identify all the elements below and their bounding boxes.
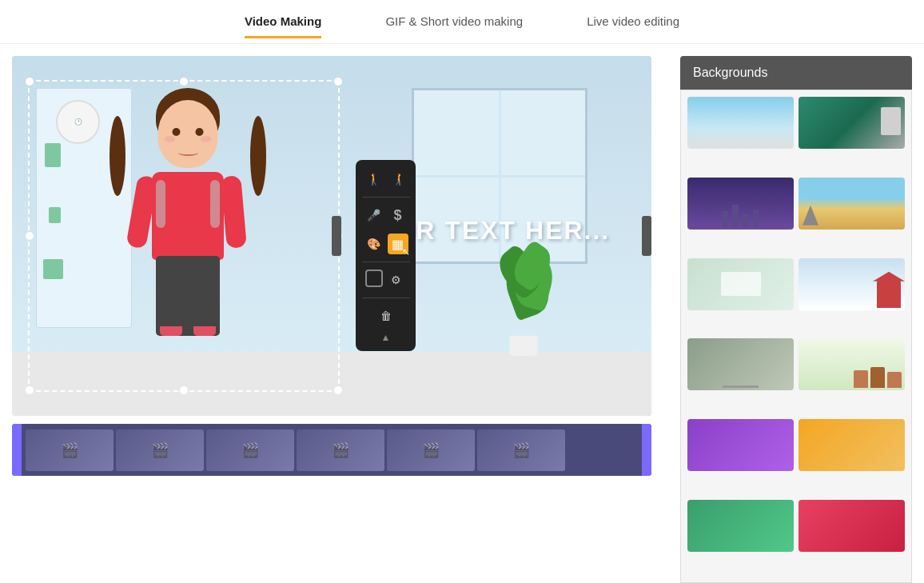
main-content: 🕐 [0, 44, 924, 583]
backgrounds-panel-header: Backgrounds [680, 56, 912, 90]
side-handle-right[interactable] [642, 216, 651, 256]
timeline-inner: 🎬 🎬 🎬 🎬 [22, 424, 642, 476]
timeline-thumb-2[interactable]: 🎬 [116, 429, 204, 471]
timeline-thumb-inner-3: 🎬 [206, 429, 294, 471]
timeline-start-handle[interactable] [12, 424, 22, 476]
sel-handle-tr[interactable] [334, 78, 342, 86]
bg-thumb-night[interactable] [687, 178, 794, 230]
menu-icon-mic[interactable]: 🎤 [364, 205, 384, 226]
context-menu: 🚶 🚶 🎤 $ 🎨 ▦ ↖ ⚙ [356, 160, 416, 351]
menu-icon-layers[interactable]: ▦ ↖ [388, 234, 408, 254]
video-canvas[interactable]: 🕐 [12, 56, 651, 416]
menu-icon-walk2[interactable]: 🚶 [388, 169, 408, 190]
bg-thumb-house[interactable] [799, 338, 905, 390]
bg-thumb-winter[interactable] [799, 258, 905, 310]
menu-divider-1 [362, 197, 410, 198]
sel-handle-bl[interactable] [26, 386, 34, 394]
timeline-thumb-inner-5: 🎬 [387, 429, 475, 471]
menu-icon-gear[interactable]: ⚙ [386, 270, 407, 290]
backgrounds-grid [680, 90, 912, 583]
thumb-icon-3: 🎬 [241, 441, 259, 459]
timeline-thumb-inner-4: 🎬 [297, 429, 384, 471]
sel-handle-lm[interactable] [26, 232, 34, 240]
menu-divider-2 [362, 262, 410, 262]
thumb-icon-4: 🎬 [332, 441, 349, 459]
timeline-thumb-inner-2: 🎬 [116, 429, 204, 471]
bg-thumb-purple[interactable] [687, 419, 794, 471]
window-pane-1 [414, 90, 499, 175]
sel-handle-tm[interactable] [180, 78, 188, 86]
sel-handle-br[interactable] [334, 386, 342, 394]
tab-video-making[interactable]: Video Making [245, 14, 321, 38]
backgrounds-panel: Backgrounds [680, 56, 912, 583]
canvas-area: 🕐 [12, 56, 668, 583]
timeline[interactable]: 🎬 🎬 🎬 🎬 [12, 424, 651, 476]
tab-gif-short[interactable]: GIF & Short video making [385, 14, 523, 38]
thumb-icon-1: 🎬 [61, 441, 78, 459]
menu-divider-3 [362, 297, 410, 298]
window-pane-2 [501, 90, 586, 175]
menu-row-tools1: 🎤 $ [359, 202, 413, 228]
menu-row-tools3: ⚙ [360, 267, 412, 293]
bg-thumb-sky[interactable] [687, 97, 794, 149]
timeline-thumb-inner-6: 🎬 [477, 429, 565, 471]
thumb-icon-2: 🎬 [151, 441, 169, 459]
menu-icon-palette[interactable]: 🎨 [364, 234, 384, 254]
thumb-icon-5: 🎬 [422, 441, 440, 459]
sel-handle-bm[interactable] [180, 386, 188, 394]
bg-thumb-orange[interactable] [799, 419, 905, 471]
bg-thumb-red[interactable] [799, 500, 905, 552]
menu-icon-currency[interactable]: $ [388, 205, 408, 226]
timeline-thumb-6[interactable]: 🎬 [477, 429, 565, 471]
plant-leaves [492, 252, 556, 340]
timeline-thumb-inner-1: 🎬 [26, 429, 114, 471]
nav-bar: Video Making GIF & Short video making Li… [0, 0, 924, 44]
menu-row-walk: 🚶 🚶 [359, 166, 413, 192]
timeline-thumb-1[interactable]: 🎬 [26, 429, 114, 471]
selection-box[interactable] [28, 80, 340, 392]
menu-row-trash: 🗑 [371, 303, 401, 329]
bg-thumb-beach[interactable] [799, 178, 905, 230]
timeline-thumb-4[interactable]: 🎬 [297, 429, 384, 471]
cursor-icon: ↖ [402, 246, 410, 258]
menu-icon-walk1[interactable]: 🚶 [364, 169, 384, 190]
bg-thumb-stage[interactable] [687, 338, 794, 390]
tab-live-editing[interactable]: Live video editing [587, 14, 679, 38]
plant [492, 252, 556, 356]
sel-handle-tl[interactable] [26, 78, 34, 86]
bg-thumb-room[interactable] [799, 97, 905, 149]
bg-thumb-green[interactable] [687, 500, 794, 552]
timeline-thumb-3[interactable]: 🎬 [206, 429, 294, 471]
timeline-end-handle[interactable] [642, 424, 651, 476]
menu-icon-trash[interactable]: 🗑 [376, 305, 396, 326]
menu-row-tools2: 🎨 ▦ ↖ [359, 231, 413, 257]
menu-icon-square[interactable] [365, 270, 383, 287]
side-handle-left[interactable] [332, 216, 341, 256]
menu-arrow-down: ▲ [381, 332, 391, 343]
thumb-icon-6: 🎬 [512, 441, 530, 459]
timeline-thumb-5[interactable]: 🎬 [387, 429, 475, 471]
bg-thumb-office[interactable] [687, 258, 794, 310]
